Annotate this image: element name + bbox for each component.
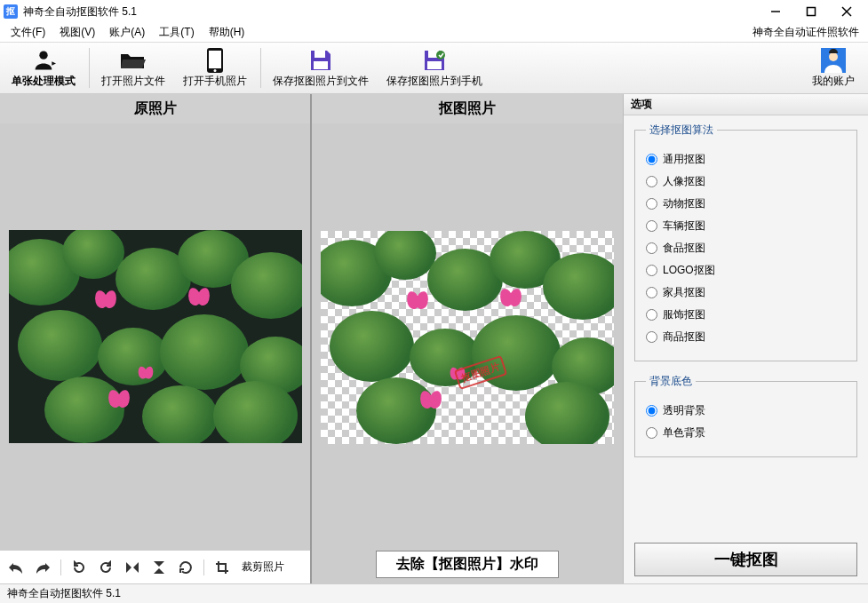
algorithm-fieldset: 选择抠图算法 通用抠图 人像抠图 动物抠图 车辆抠图 食品抠图 LOGO抠图 家… — [634, 123, 857, 361]
save-file-button[interactable]: 保存抠图照片到文件 — [265, 44, 377, 91]
algo-radio-apparel[interactable]: 服饰抠图 — [646, 307, 846, 322]
flip-v-button[interactable] — [150, 559, 168, 576]
algo-radio-animal[interactable]: 动物抠图 — [646, 196, 846, 211]
menu-tools[interactable]: 工具(T) — [154, 23, 199, 42]
options-panel: 选项 选择抠图算法 通用抠图 人像抠图 动物抠图 车辆抠图 食品抠图 LOGO抠… — [624, 94, 868, 583]
redo-button[interactable] — [34, 559, 52, 576]
menu-account[interactable]: 账户(A) — [104, 23, 150, 42]
folder-open-icon — [119, 47, 147, 74]
bg-radio-transparent[interactable]: 透明背景 — [646, 403, 846, 418]
refresh-button[interactable] — [177, 559, 195, 576]
flip-h-button[interactable] — [123, 559, 141, 576]
background-legend: 背景底色 — [646, 374, 696, 389]
svg-marker-19 — [154, 568, 164, 574]
menubar: 文件(F) 视图(V) 账户(A) 工具(T) 帮助(H) 神奇全自动证件照软件 — [0, 23, 868, 43]
save-phone-icon — [422, 47, 447, 74]
status-text: 神奇全自动抠图软件 5.1 — [7, 586, 121, 601]
person-icon — [31, 47, 56, 74]
undo-button[interactable] — [7, 559, 25, 576]
algo-radio-furniture[interactable]: 家具抠图 — [646, 285, 846, 300]
options-title: 选项 — [624, 94, 868, 115]
open-phone-button[interactable]: 打开手机照片 — [175, 44, 255, 91]
original-image-box — [0, 123, 310, 550]
menu-view[interactable]: 视图(V) — [54, 23, 100, 42]
one-click-cutout-button[interactable]: 一键抠图 — [634, 543, 857, 576]
cutout-header: 抠图照片 — [312, 94, 623, 123]
algo-radio-food[interactable]: 食品抠图 — [646, 241, 846, 256]
svg-marker-17 — [133, 562, 139, 573]
remove-watermark-button[interactable]: 去除【抠图照片】水印 — [376, 551, 559, 578]
svg-point-4 — [39, 52, 47, 60]
maximize-button[interactable] — [793, 0, 829, 23]
svg-marker-5 — [52, 61, 56, 66]
svg-point-13 — [436, 51, 445, 60]
svg-rect-12 — [427, 61, 442, 69]
save-phone-button[interactable]: 保存抠图照片到手机 — [378, 44, 490, 91]
minimize-button[interactable] — [758, 0, 793, 23]
svg-marker-18 — [154, 561, 164, 567]
bg-radio-solid[interactable]: 单色背景 — [646, 425, 846, 440]
algo-radio-product[interactable]: 商品抠图 — [646, 329, 846, 345]
toolbar: 单张处理模式 打开照片文件 打开手机照片 保存抠图照片到文件 保存抠图照片到手机… — [0, 43, 868, 94]
algo-radio-logo[interactable]: LOGO抠图 — [646, 263, 846, 278]
my-account-button[interactable]: 我的账户 — [804, 44, 863, 91]
brand-label: 神奇全自动证件照软件 — [753, 25, 863, 40]
algorithm-legend: 选择抠图算法 — [646, 123, 717, 138]
svg-rect-1 — [808, 8, 816, 16]
close-button[interactable] — [829, 0, 864, 23]
main-area: 原照片 — [0, 94, 868, 583]
svg-rect-10 — [314, 61, 328, 69]
crop-label[interactable]: 裁剪照片 — [242, 559, 284, 575]
crop-button[interactable] — [213, 559, 231, 576]
cutout-image-box: 抠图照片 — [312, 123, 623, 551]
menu-file[interactable]: 文件(F) — [5, 23, 51, 42]
svg-point-15 — [829, 52, 838, 61]
open-file-button[interactable]: 打开照片文件 — [93, 44, 173, 91]
algo-radio-vehicle[interactable]: 车辆抠图 — [646, 218, 846, 234]
edit-toolbar: 裁剪照片 — [0, 550, 310, 583]
cutout-panel: 抠图照片 — [312, 94, 624, 583]
svg-point-8 — [214, 69, 217, 72]
original-panel: 原照片 — [0, 94, 312, 583]
statusbar: 神奇全自动抠图软件 5.1 — [0, 583, 868, 603]
algo-radio-portrait[interactable]: 人像抠图 — [646, 174, 846, 189]
svg-rect-7 — [209, 51, 221, 68]
phone-icon — [205, 47, 225, 74]
original-photo — [9, 230, 302, 443]
titlebar: 抠 神奇全自动抠图软件 5.1 — [0, 0, 868, 23]
window-title: 神奇全自动抠图软件 5.1 — [23, 4, 137, 20]
rotate-right-button[interactable] — [97, 559, 115, 576]
app-icon: 抠 — [4, 4, 18, 19]
background-fieldset: 背景底色 透明背景 单色背景 — [634, 374, 857, 457]
save-icon — [308, 47, 333, 74]
single-mode-button[interactable]: 单张处理模式 — [4, 44, 84, 91]
menu-help[interactable]: 帮助(H) — [203, 23, 251, 42]
cutout-photo: 抠图照片 — [321, 231, 614, 444]
svg-rect-9 — [315, 51, 325, 58]
rotate-left-button[interactable] — [70, 559, 88, 576]
svg-marker-16 — [126, 562, 131, 573]
original-header: 原照片 — [0, 94, 310, 123]
algo-radio-general[interactable]: 通用抠图 — [646, 152, 846, 167]
avatar-icon — [821, 47, 846, 74]
